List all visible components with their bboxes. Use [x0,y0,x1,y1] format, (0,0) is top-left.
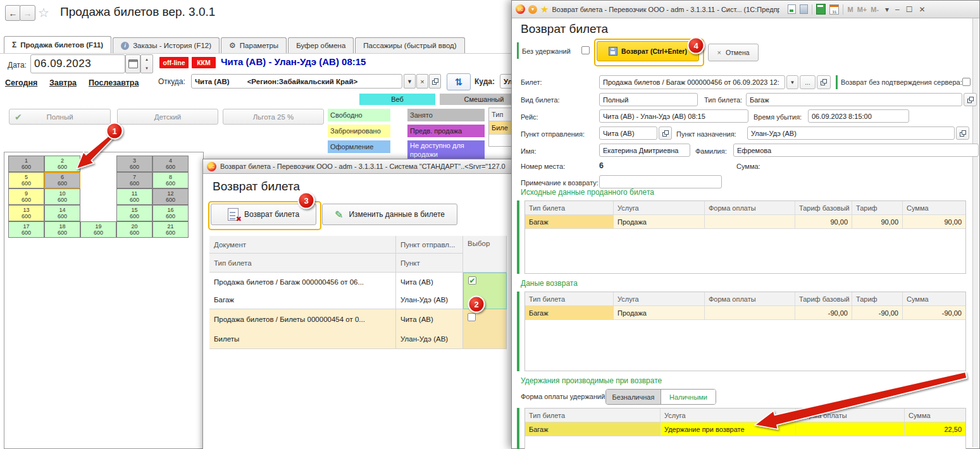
column-header-point[interactable]: Пункт [396,254,463,273]
cell-payment-form[interactable] [705,215,795,228]
tab-1[interactable]: ΣПродажа билетов (F11) [4,36,111,53]
column-header-ticket-type[interactable]: Тип билета [209,254,396,273]
cell-tariff[interactable]: -90,00 [852,306,903,319]
favorite-star-icon[interactable]: ★ [540,4,549,15]
first-name-input[interactable]: Екатерина Дмитриевна [599,144,690,157]
fare-child-button[interactable]: Детский [117,109,218,125]
cancel-button[interactable]: × Отмена [708,44,759,61]
ticket-ellipsis-button[interactable]: ... [800,75,816,89]
memory-m-button[interactable]: M [847,6,853,13]
toggle-cashless[interactable]: Безналичная [606,390,661,404]
cell-service[interactable]: Продажа [614,306,705,319]
seat-13[interactable]: 13600 [8,205,44,221]
tab-2[interactable]: iЗаказы - История (F12) [113,37,220,53]
date-input[interactable]: 06.09.2023 [30,54,125,73]
cell-ticket-type-1[interactable]: Багаж [209,291,396,309]
ticket-kind-input[interactable]: Полный [599,93,698,106]
cell-ticket-type[interactable]: Багаж [525,215,614,228]
cell-base-tariff[interactable]: -90,00 [795,306,852,319]
header-sum[interactable]: Сумма [905,409,965,422]
seat-18[interactable]: 18600 [44,221,80,238]
date-spinner[interactable]: ▲▼ [140,54,153,73]
select-cell-1[interactable] [463,273,507,309]
header-payment-form[interactable]: Форма оплаты [796,409,905,422]
header-tariff[interactable]: Тариф [852,201,903,214]
ticket-type-open-button[interactable] [964,93,977,106]
from-input[interactable]: Чита (АВ) <Регион:Забайкальский Край> [191,74,402,89]
window-titlebar[interactable]: 1С ▾ ★ Возврат билета - Перевозчик ООО -… [512,1,979,18]
date-calendar-button[interactable] [125,54,140,73]
cell-to-2[interactable]: Улан-Удэ (АВ) [396,329,463,349]
swap-direction-button[interactable]: ⇅ [447,73,471,90]
header-payment-form[interactable]: Форма оплаты [705,292,795,305]
seat-8[interactable]: 8600 [152,172,189,188]
column-header-document[interactable]: Документ [209,236,396,254]
edit-ticket-button[interactable]: ✎ Изменить данные в билете [322,204,457,225]
calculator-icon[interactable] [816,4,826,15]
departure-open-button[interactable] [659,126,672,140]
header-ticket-type[interactable]: Тип билета [525,409,661,422]
cell-ticket-type[interactable]: Багаж [525,422,661,436]
seat-16[interactable]: 16600 [152,205,189,221]
seat-17[interactable]: 17600 [8,221,44,238]
cell-to-1[interactable]: Улан-Удэ (АВ) [396,291,463,309]
cell-ticket-type[interactable]: Багаж [525,306,614,319]
departure-point-input[interactable]: Чита (АВ) [599,126,657,140]
tab-5[interactable]: Пассажиры (быстрый ввод) [355,37,464,53]
header-tariff[interactable]: Тариф [852,292,903,305]
memory-mplus-button[interactable]: M+ [857,6,867,13]
cell-service[interactable]: Удержание при возврате [661,422,796,436]
from-clear-button[interactable]: × [416,74,428,89]
seat-2[interactable]: 2600 [44,156,80,172]
seat-5[interactable]: 5600 [8,172,44,188]
minimize-icon[interactable]: – [895,5,900,14]
seat-1[interactable]: 1600 [8,156,44,172]
titlebar-menu-icon[interactable]: ▾ [885,5,889,14]
no-deductions-checkbox[interactable] [581,46,590,54]
print-icon[interactable] [800,4,808,14]
ticket-type-input[interactable]: Багаж [746,93,962,106]
destination-open-button[interactable] [956,126,969,140]
fare-discount-button[interactable]: Льгота 25 % [223,109,324,125]
seat-7[interactable]: 7600 [116,172,152,188]
from-dropdown-button[interactable]: ▼ [404,74,416,89]
seat-12[interactable]: 12600 [152,188,189,205]
spinner-up-icon[interactable]: ▲ [145,55,149,64]
cell-payment-form[interactable] [705,306,795,319]
seat-4[interactable]: 4600 [152,156,189,172]
maximize-icon[interactable]: ☐ [906,5,913,14]
cell-service[interactable]: Продажа [614,215,705,228]
select-cell-2[interactable] [463,309,507,349]
sold-table-row[interactable]: Багаж Продажа 90,00 90,00 90,00 [525,215,965,229]
memory-mminus-button[interactable]: M- [871,6,879,13]
cell-payment-form[interactable] [796,422,905,436]
header-sum[interactable]: Сумма [903,201,965,214]
get-link-icon[interactable] [788,4,796,14]
destination-point-input[interactable]: Улан-Удэ (АВ) [747,126,955,140]
seat-19[interactable]: 19600 [80,221,116,238]
link-today[interactable]: Сегодня [5,78,37,87]
tab-3[interactable]: ⚙Параметры [221,37,287,53]
ticket-dropdown-button[interactable]: ▼ [786,75,798,89]
header-service[interactable]: Услуга [661,409,796,422]
spinner-down-icon[interactable]: ▼ [145,64,149,73]
refund-table-row[interactable]: Багаж Продажа -90,00 -90,00 -90,00 [525,306,965,320]
ticket-input[interactable]: Продажа билетов / Багаж 000000456 от 06.… [599,75,785,89]
favorite-star-icon[interactable]: ☆ [38,5,49,20]
header-base-tariff[interactable]: Тариф базовый [795,292,852,305]
cell-tariff[interactable]: 90,00 [852,215,903,228]
seat-9[interactable]: 9600 [8,188,44,205]
last-name-input[interactable]: Ефремова [733,144,979,157]
header-service[interactable]: Услуга [614,201,705,214]
cell-ticket-type-2[interactable]: Билеты [209,329,396,349]
trip-input[interactable]: Чита (АВ) - Улан-Удэ (АВ) 08:15 [599,109,748,123]
cell-base-tariff[interactable]: 90,00 [795,215,852,228]
link-aftertomorrow[interactable]: Послезавтра [89,78,139,87]
deductions-table-row[interactable]: Багаж Удержание при возврате 22,50 [525,422,965,436]
system-menu-icon[interactable]: ▾ [528,5,537,14]
seat-15[interactable]: 15600 [116,205,152,221]
header-sum[interactable]: Сумма [903,292,965,305]
cell-document-2[interactable]: Продажа билетов / Билеты 000000454 от 0.… [209,309,396,329]
header-ticket-type[interactable]: Тип билета [525,292,614,305]
header-ticket-type[interactable]: Тип билета [525,201,614,214]
